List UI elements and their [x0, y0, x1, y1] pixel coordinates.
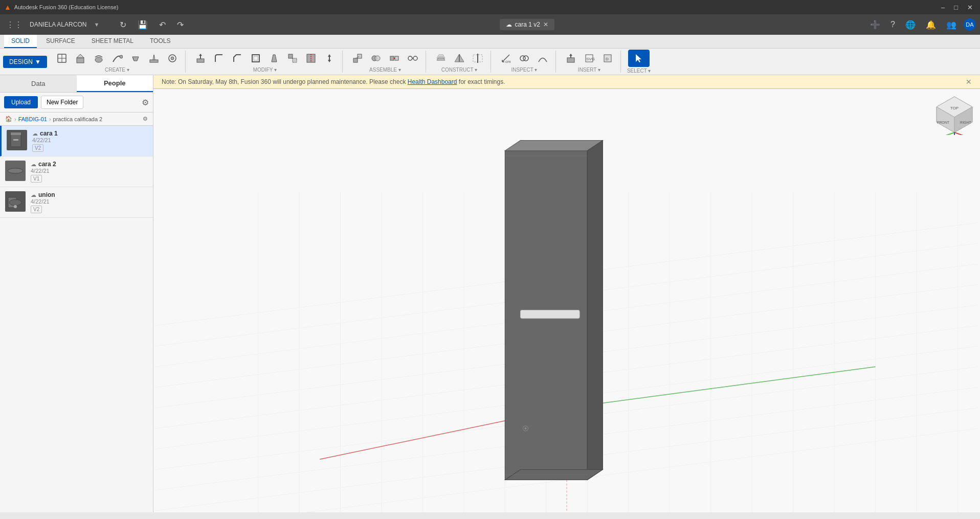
nav-cube[interactable]: TOP FRONT RIGHT — [934, 94, 975, 135]
toolbar-tabs: SOLID SURFACE SHEET METAL TOOLS — [0, 35, 980, 49]
draft-button[interactable] — [265, 51, 283, 66]
notification-close-button[interactable]: ✕ — [966, 78, 972, 86]
web-button[interactable]: 🌐 — [902, 18, 919, 32]
svg-marker-49 — [569, 54, 572, 56]
tab-data[interactable]: Data — [0, 75, 77, 92]
community-button[interactable]: 👥 — [943, 18, 960, 32]
design-dropdown-button[interactable]: DESIGN ▼ — [3, 56, 47, 68]
svg-rect-30 — [395, 56, 398, 60]
midplane-button[interactable] — [469, 51, 486, 66]
chamfer-button[interactable] — [229, 51, 246, 66]
insert-label: INSERT ▾ — [578, 67, 600, 73]
undo-button[interactable]: ↶ — [156, 18, 169, 32]
split-face-button[interactable] — [302, 51, 320, 66]
save-button[interactable]: 💾 — [135, 18, 151, 32]
svg-rect-17 — [254, 56, 258, 60]
home-icon[interactable]: 🏠 — [5, 116, 12, 122]
notification-text: Note: On Saturday, May 8th, Fusion 360 w… — [162, 78, 505, 85]
file-name-cara1: cara 1 — [40, 130, 58, 137]
plane-at-angle-button[interactable] — [451, 51, 468, 66]
file-name-close-button[interactable]: ✕ — [543, 21, 548, 28]
panel-settings-icon[interactable]: ⚙ — [142, 98, 149, 107]
svg-rect-24 — [353, 58, 358, 62]
assemble-group: ASSEMBLE ▾ — [345, 51, 426, 73]
insert-mesh-button[interactable] — [562, 51, 580, 66]
svg-point-12 — [171, 57, 174, 60]
joint-button[interactable] — [367, 51, 385, 66]
app-bar-right: ➕ ? 🌐 🔔 👥 DA — [867, 18, 976, 32]
fillet-button[interactable] — [210, 51, 228, 66]
main-layout: Data People Upload New Folder ⚙ 🏠 › FABD… — [0, 75, 980, 512]
app-bar-center: ☁ cara 1 v2 ✕ — [192, 19, 862, 30]
loft-button[interactable] — [127, 51, 144, 66]
viewport-canvas[interactable]: TOP FRONT RIGHT — [153, 89, 980, 512]
viewport[interactable]: Note: On Saturday, May 8th, Fusion 360 w… — [153, 75, 980, 512]
tab-people[interactable]: People — [77, 75, 153, 92]
refresh-button[interactable]: ↻ — [117, 18, 129, 32]
redo-button[interactable]: ↷ — [174, 18, 187, 32]
modify-label: MODIFY ▾ — [253, 67, 277, 73]
move-copy-button[interactable] — [321, 51, 338, 66]
motion-link-button[interactable] — [404, 51, 421, 66]
new-component-button[interactable] — [53, 51, 71, 66]
new-folder-button[interactable]: New Folder — [41, 96, 83, 109]
svg-rect-19 — [288, 54, 293, 58]
file-cloud-icon-cara1: ☁ — [32, 130, 38, 137]
help-button[interactable]: ? — [887, 18, 898, 31]
app-grid-icon[interactable]: ⋮⋮ — [4, 18, 25, 32]
interference-button[interactable] — [516, 51, 533, 66]
file-name-label: cara 1 v2 — [515, 21, 540, 28]
tab-surface[interactable]: SURFACE — [39, 35, 82, 48]
scale-button[interactable] — [284, 51, 301, 66]
svg-point-102 — [525, 427, 527, 430]
minimize-button[interactable]: – — [938, 3, 948, 12]
file-cloud-icon-union: ☁ — [31, 192, 36, 198]
insert-svg-button[interactable]: SVG — [581, 51, 598, 66]
add-tab-button[interactable]: ➕ — [867, 18, 883, 32]
rib-button[interactable] — [145, 51, 163, 66]
svg-marker-4 — [77, 54, 84, 58]
svg-marker-10 — [153, 55, 155, 60]
file-date-union: 4/22/21 — [31, 198, 148, 205]
svg-line-92 — [567, 367, 876, 408]
file-item-union[interactable]: ☁ union 4/22/21 V2 — [0, 187, 153, 218]
breadcrumb-sep-2: › — [49, 116, 51, 122]
svg-point-28 — [375, 56, 380, 61]
close-button[interactable]: ✕ — [964, 3, 976, 12]
revolve-button[interactable] — [90, 51, 107, 66]
app-logo-icon: ▲ — [4, 3, 11, 11]
press-pull-button[interactable] — [192, 51, 209, 66]
toolbar-content: DESIGN ▼ — [0, 49, 980, 75]
thread-button[interactable] — [164, 51, 181, 66]
notifications-button[interactable]: 🔔 — [923, 18, 939, 32]
user-chevron-icon[interactable]: ▼ — [92, 19, 101, 30]
svg-text:FRONT: FRONT — [937, 121, 950, 124]
tab-tools[interactable]: TOOLS — [143, 35, 177, 48]
health-dashboard-link[interactable]: Health Dashboard — [408, 78, 457, 85]
tab-solid[interactable]: SOLID — [4, 35, 37, 48]
assemble-new-component-button[interactable] — [349, 51, 366, 66]
file-date-cara1: 4/22/21 — [32, 137, 148, 143]
maximize-button[interactable]: □ — [951, 3, 961, 12]
avatar[interactable]: DA — [964, 18, 976, 31]
file-item-cara2[interactable]: ☁ cara 2 4/22/21 V1 — [0, 156, 153, 187]
decal-button[interactable]: D — [599, 51, 616, 66]
breadcrumb-fabdig[interactable]: FABDIG-01 — [18, 116, 47, 122]
tab-sheet-metal[interactable]: SHEET METAL — [84, 35, 141, 48]
extrude-button[interactable] — [72, 51, 89, 66]
asbuilt-joint-button[interactable] — [386, 51, 403, 66]
upload-button[interactable]: Upload — [4, 96, 38, 108]
left-panel: Data People Upload New Folder ⚙ 🏠 › FABD… — [0, 75, 153, 512]
sweep-button[interactable] — [108, 51, 126, 66]
svg-point-60 — [9, 199, 21, 206]
curvature-comb-button[interactable] — [534, 51, 551, 66]
offset-plane-button[interactable] — [432, 51, 450, 66]
shell-button[interactable] — [247, 51, 264, 66]
file-item-cara1[interactable]: ☁ cara 1 4/22/21 V2 — [0, 126, 153, 156]
measure-button[interactable]: cm — [497, 51, 515, 66]
file-info-cara2: ☁ cara 2 4/22/21 V1 — [31, 161, 148, 183]
select-label: SELECT ▾ — [627, 68, 651, 74]
breadcrumb-settings-icon[interactable]: ⚙ — [143, 116, 148, 122]
svg-point-61 — [14, 205, 17, 208]
select-button[interactable] — [628, 50, 650, 67]
